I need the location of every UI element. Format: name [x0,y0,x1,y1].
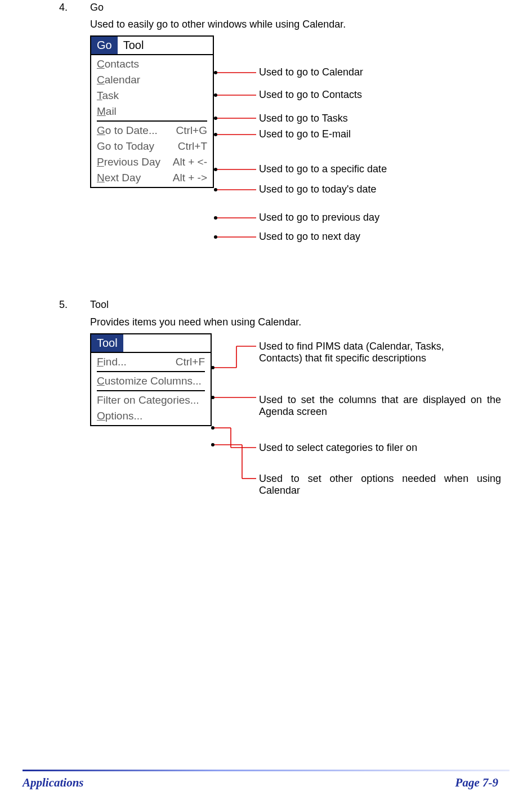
section4-title: Go [90,2,104,14]
svg-point-0 [214,71,217,74]
go-desc-3: Used to go to E-mail [259,128,351,140]
menubar-tool[interactable]: Tool [118,37,150,54]
go-desc-1: Used to go to Contacts [259,89,362,101]
svg-point-10 [214,188,217,191]
tool-desc-0: Used to find PIMS data (Calendar, Tasks,… [259,341,467,364]
tool-desc-1: Used to set the columns that are display… [259,394,501,418]
tool-item-options[interactable]: Options... [91,408,211,424]
section5-num: 5. [59,299,68,311]
go-item-nextday[interactable]: Next DayAlt + -> [91,170,213,186]
tool-desc-2: Used to select categories to filer on [259,442,501,454]
tool-item-customize[interactable]: Customize Columns... [91,373,211,389]
section5-title: Tool [90,299,109,311]
tool-item-find[interactable]: Find...Ctrl+F [91,354,211,370]
go-separator [97,120,207,122]
menubar-tool-active[interactable]: Tool [91,334,123,352]
tool-separator-1 [97,371,205,372]
tool-menu-screenshot: Tool Find...Ctrl+F Customize Columns... … [90,333,212,426]
go-item-mail[interactable]: Mail [91,104,213,119]
tool-menubar: Tool [91,334,211,353]
go-item-prevday[interactable]: Previous DayAlt + <- [91,154,213,170]
go-desc-2: Used to go to Tasks [259,113,348,124]
svg-point-22 [211,426,214,430]
go-desc-5: Used to go to today's date [259,184,377,195]
section4-num: 4. [59,2,68,14]
footer-section: Applications [23,776,84,790]
go-item-task[interactable]: Task [91,88,213,104]
go-desc-7: Used to go to next day [259,231,360,243]
section4-desc: Used to easily go to other windows while… [90,19,346,30]
footer-page: Page 7-9 [455,776,498,790]
svg-point-2 [214,93,217,97]
tool-item-filter[interactable]: Filter on Categories... [91,392,211,408]
svg-point-6 [214,133,217,136]
svg-point-26 [211,443,214,446]
go-desc-4: Used to go to a specific date [259,163,387,175]
section5-desc: Provides items you need when using Calen… [90,316,301,328]
footer-rule [23,770,509,771]
go-desc-0: Used to go to Calendar [259,66,363,78]
go-item-gotodate[interactable]: Go to Date...Ctrl+G [91,123,213,138]
svg-point-4 [214,117,217,120]
go-menu-screenshot: Go Tool Contacts Calendar Task Mail Go t… [90,35,214,188]
go-menubar: Go Tool [91,37,213,55]
svg-point-8 [214,168,217,171]
svg-point-14 [214,235,217,239]
tool-separator-2 [97,390,205,391]
go-item-contacts[interactable]: Contacts [91,56,213,72]
tool-desc-3: Used to set other options needed when us… [259,473,501,497]
menubar-go[interactable]: Go [91,37,118,54]
svg-point-12 [214,216,217,220]
go-item-gototoday[interactable]: Go to TodayCtrl+T [91,138,213,154]
go-desc-6: Used to go to previous day [259,212,379,224]
go-item-calendar[interactable]: Calendar [91,72,213,88]
